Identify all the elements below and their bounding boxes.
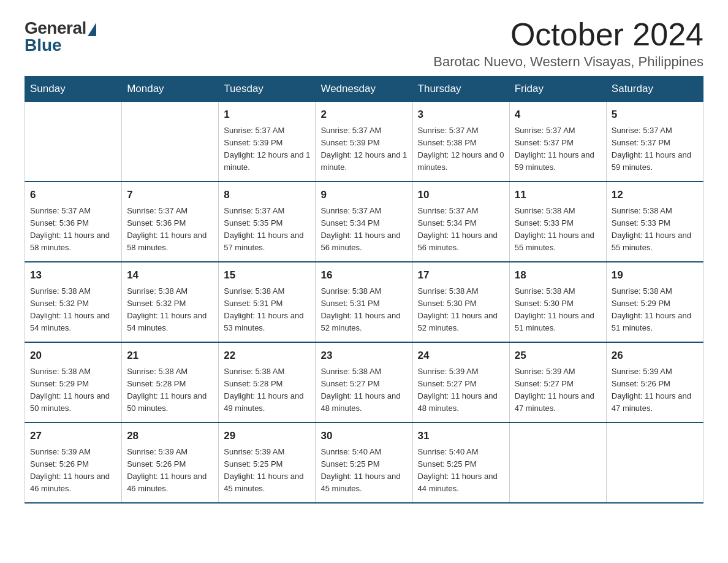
calendar-cell: 1Sunrise: 5:37 AMSunset: 5:39 PMDaylight… bbox=[219, 102, 316, 182]
day-info: Sunrise: 5:38 AMSunset: 5:33 PMDaylight:… bbox=[612, 205, 698, 255]
weekday-header-wednesday: Wednesday bbox=[316, 77, 412, 102]
day-number: 31 bbox=[418, 428, 504, 444]
day-info: Sunrise: 5:37 AMSunset: 5:34 PMDaylight:… bbox=[418, 205, 504, 255]
day-number: 22 bbox=[224, 348, 310, 364]
day-info: Sunrise: 5:38 AMSunset: 5:30 PMDaylight:… bbox=[515, 285, 601, 335]
day-info: Sunrise: 5:39 AMSunset: 5:26 PMDaylight:… bbox=[612, 366, 698, 415]
weekday-header-saturday: Saturday bbox=[606, 77, 703, 102]
calendar-cell: 30Sunrise: 5:40 AMSunset: 5:25 PMDayligh… bbox=[316, 423, 412, 503]
calendar-week-1: 1Sunrise: 5:37 AMSunset: 5:39 PMDaylight… bbox=[25, 102, 703, 182]
calendar-cell: 21Sunrise: 5:38 AMSunset: 5:28 PMDayligh… bbox=[122, 342, 219, 423]
calendar-cell: 27Sunrise: 5:39 AMSunset: 5:26 PMDayligh… bbox=[25, 423, 122, 503]
calendar-cell: 7Sunrise: 5:37 AMSunset: 5:36 PMDaylight… bbox=[122, 182, 219, 262]
day-info: Sunrise: 5:39 AMSunset: 5:26 PMDaylight:… bbox=[127, 446, 213, 496]
calendar-header: SundayMondayTuesdayWednesdayThursdayFrid… bbox=[25, 77, 703, 102]
calendar-cell: 28Sunrise: 5:39 AMSunset: 5:26 PMDayligh… bbox=[122, 423, 219, 503]
weekday-header-monday: Monday bbox=[122, 77, 219, 102]
calendar-cell: 24Sunrise: 5:39 AMSunset: 5:27 PMDayligh… bbox=[412, 342, 509, 423]
calendar-cell: 11Sunrise: 5:38 AMSunset: 5:33 PMDayligh… bbox=[509, 182, 606, 262]
calendar-cell: 6Sunrise: 5:37 AMSunset: 5:36 PMDaylight… bbox=[25, 182, 122, 262]
day-number: 5 bbox=[612, 107, 698, 123]
day-info: Sunrise: 5:38 AMSunset: 5:32 PMDaylight:… bbox=[30, 285, 116, 335]
calendar-cell: 31Sunrise: 5:40 AMSunset: 5:25 PMDayligh… bbox=[412, 423, 509, 503]
calendar-cell: 10Sunrise: 5:37 AMSunset: 5:34 PMDayligh… bbox=[412, 182, 509, 262]
calendar-week-3: 13Sunrise: 5:38 AMSunset: 5:32 PMDayligh… bbox=[25, 262, 703, 342]
day-info: Sunrise: 5:39 AMSunset: 5:25 PMDaylight:… bbox=[224, 446, 310, 496]
calendar-cell: 3Sunrise: 5:37 AMSunset: 5:38 PMDaylight… bbox=[412, 102, 509, 182]
calendar-cell: 2Sunrise: 5:37 AMSunset: 5:39 PMDaylight… bbox=[316, 102, 412, 182]
month-title: October 2024 bbox=[433, 18, 703, 50]
day-number: 26 bbox=[612, 348, 698, 364]
day-info: Sunrise: 5:38 AMSunset: 5:28 PMDaylight:… bbox=[224, 366, 310, 415]
calendar-week-5: 27Sunrise: 5:39 AMSunset: 5:26 PMDayligh… bbox=[25, 423, 703, 503]
calendar-cell: 12Sunrise: 5:38 AMSunset: 5:33 PMDayligh… bbox=[606, 182, 703, 262]
title-block: October 2024 Barotac Nuevo, Western Visa… bbox=[433, 18, 703, 70]
weekday-header-thursday: Thursday bbox=[412, 77, 509, 102]
calendar-cell: 16Sunrise: 5:38 AMSunset: 5:31 PMDayligh… bbox=[316, 262, 412, 342]
calendar-cell: 14Sunrise: 5:38 AMSunset: 5:32 PMDayligh… bbox=[122, 262, 219, 342]
day-info: Sunrise: 5:38 AMSunset: 5:31 PMDaylight:… bbox=[320, 285, 407, 335]
calendar-cell: 9Sunrise: 5:37 AMSunset: 5:34 PMDaylight… bbox=[316, 182, 412, 262]
day-number: 12 bbox=[612, 187, 698, 203]
day-info: Sunrise: 5:37 AMSunset: 5:35 PMDaylight:… bbox=[224, 205, 310, 255]
calendar-cell: 17Sunrise: 5:38 AMSunset: 5:30 PMDayligh… bbox=[412, 262, 509, 342]
day-info: Sunrise: 5:37 AMSunset: 5:38 PMDaylight:… bbox=[418, 124, 504, 174]
day-number: 7 bbox=[127, 187, 213, 203]
calendar-week-2: 6Sunrise: 5:37 AMSunset: 5:36 PMDaylight… bbox=[25, 182, 703, 262]
day-info: Sunrise: 5:38 AMSunset: 5:27 PMDaylight:… bbox=[320, 366, 407, 415]
calendar-body: 1Sunrise: 5:37 AMSunset: 5:39 PMDaylight… bbox=[25, 102, 703, 504]
calendar-cell: 23Sunrise: 5:38 AMSunset: 5:27 PMDayligh… bbox=[316, 342, 412, 423]
day-number: 19 bbox=[612, 267, 698, 283]
day-number: 27 bbox=[30, 428, 116, 444]
day-number: 20 bbox=[30, 348, 116, 364]
logo: General Blue bbox=[25, 18, 96, 55]
day-number: 9 bbox=[320, 187, 407, 203]
day-number: 11 bbox=[515, 187, 601, 203]
weekday-header-sunday: Sunday bbox=[25, 77, 122, 102]
day-number: 18 bbox=[515, 267, 601, 283]
day-info: Sunrise: 5:37 AMSunset: 5:39 PMDaylight:… bbox=[224, 124, 310, 174]
day-number: 17 bbox=[418, 267, 504, 283]
calendar-cell: 20Sunrise: 5:38 AMSunset: 5:29 PMDayligh… bbox=[25, 342, 122, 423]
day-info: Sunrise: 5:38 AMSunset: 5:28 PMDaylight:… bbox=[127, 366, 213, 415]
calendar-cell: 4Sunrise: 5:37 AMSunset: 5:37 PMDaylight… bbox=[509, 102, 606, 182]
calendar-cell bbox=[606, 423, 703, 503]
day-info: Sunrise: 5:38 AMSunset: 5:31 PMDaylight:… bbox=[224, 285, 310, 335]
day-number: 30 bbox=[320, 428, 407, 444]
day-number: 24 bbox=[418, 348, 504, 364]
day-number: 15 bbox=[224, 267, 310, 283]
day-info: Sunrise: 5:37 AMSunset: 5:34 PMDaylight:… bbox=[320, 205, 407, 255]
day-number: 6 bbox=[30, 187, 116, 203]
calendar-cell: 8Sunrise: 5:37 AMSunset: 5:35 PMDaylight… bbox=[219, 182, 316, 262]
calendar-cell: 19Sunrise: 5:38 AMSunset: 5:29 PMDayligh… bbox=[606, 262, 703, 342]
day-number: 14 bbox=[127, 267, 213, 283]
day-info: Sunrise: 5:37 AMSunset: 5:36 PMDaylight:… bbox=[30, 205, 116, 255]
location-title: Barotac Nuevo, Western Visayas, Philippi… bbox=[433, 54, 703, 70]
calendar-cell: 15Sunrise: 5:38 AMSunset: 5:31 PMDayligh… bbox=[219, 262, 316, 342]
day-info: Sunrise: 5:37 AMSunset: 5:36 PMDaylight:… bbox=[127, 205, 213, 255]
day-info: Sunrise: 5:38 AMSunset: 5:29 PMDaylight:… bbox=[612, 285, 698, 335]
day-info: Sunrise: 5:37 AMSunset: 5:37 PMDaylight:… bbox=[515, 124, 601, 174]
day-info: Sunrise: 5:39 AMSunset: 5:27 PMDaylight:… bbox=[418, 366, 504, 415]
day-info: Sunrise: 5:38 AMSunset: 5:33 PMDaylight:… bbox=[515, 205, 601, 255]
header: General Blue October 2024 Barotac Nuevo,… bbox=[25, 18, 703, 70]
day-number: 3 bbox=[418, 107, 504, 123]
calendar-cell bbox=[25, 102, 122, 182]
day-info: Sunrise: 5:39 AMSunset: 5:27 PMDaylight:… bbox=[515, 366, 601, 415]
calendar-cell: 5Sunrise: 5:37 AMSunset: 5:37 PMDaylight… bbox=[606, 102, 703, 182]
day-number: 2 bbox=[320, 107, 407, 123]
calendar-cell: 29Sunrise: 5:39 AMSunset: 5:25 PMDayligh… bbox=[219, 423, 316, 503]
day-info: Sunrise: 5:37 AMSunset: 5:39 PMDaylight:… bbox=[320, 124, 407, 174]
weekday-header-friday: Friday bbox=[509, 77, 606, 102]
day-number: 28 bbox=[127, 428, 213, 444]
day-info: Sunrise: 5:37 AMSunset: 5:37 PMDaylight:… bbox=[612, 124, 698, 174]
day-number: 21 bbox=[127, 348, 213, 364]
day-info: Sunrise: 5:38 AMSunset: 5:29 PMDaylight:… bbox=[30, 366, 116, 415]
calendar-cell: 26Sunrise: 5:39 AMSunset: 5:26 PMDayligh… bbox=[606, 342, 703, 423]
day-info: Sunrise: 5:38 AMSunset: 5:30 PMDaylight:… bbox=[418, 285, 504, 335]
calendar-cell: 18Sunrise: 5:38 AMSunset: 5:30 PMDayligh… bbox=[509, 262, 606, 342]
calendar-cell: 13Sunrise: 5:38 AMSunset: 5:32 PMDayligh… bbox=[25, 262, 122, 342]
calendar-table: SundayMondayTuesdayWednesdayThursdayFrid… bbox=[25, 76, 703, 504]
calendar-week-4: 20Sunrise: 5:38 AMSunset: 5:29 PMDayligh… bbox=[25, 342, 703, 423]
day-number: 4 bbox=[515, 107, 601, 123]
